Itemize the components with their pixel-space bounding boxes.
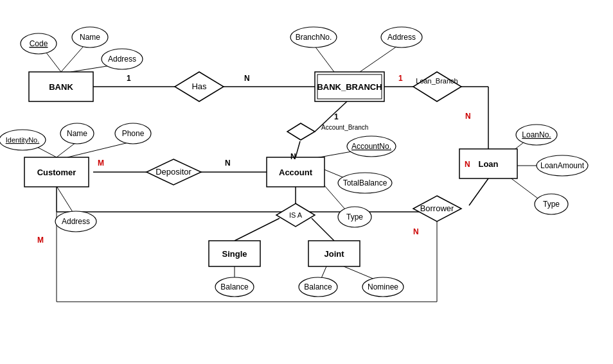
loan-no-label: LoanNo. xyxy=(522,130,551,139)
bank-code-label: Code xyxy=(30,39,48,48)
depositor-label: Depositor xyxy=(155,167,191,177)
card-loan-borrow-n: N xyxy=(465,160,470,169)
single-balance-label: Balance xyxy=(220,282,249,291)
has-label: Has xyxy=(191,82,207,91)
cust-phone-label: Phone xyxy=(122,129,145,138)
card-has-branch-n: N xyxy=(244,74,250,83)
borrower-label: Borrower xyxy=(420,204,454,213)
card-branch-acc-1: 1 xyxy=(334,112,339,121)
bank-address-label: Address xyxy=(108,55,136,64)
isa-label: IS A xyxy=(289,211,303,219)
bank-branch-label: BANK_BRANCH xyxy=(317,82,382,92)
single-label: Single xyxy=(222,249,247,259)
card-cust-bottom-m: M xyxy=(37,236,44,245)
branch-address-label: Address xyxy=(387,33,416,42)
loan-type-label: Type xyxy=(543,200,560,209)
card-cust-dep-m: M xyxy=(98,159,104,168)
cust-identity-label: IdentityNo. xyxy=(6,136,40,144)
joint-label: Joint xyxy=(324,249,344,259)
card-loan-branch-n: N xyxy=(465,112,471,121)
account-branch-label: Account_Branch xyxy=(321,124,368,131)
card-dep-acc-n: N xyxy=(225,159,231,168)
card-bank-has-1: 1 xyxy=(127,74,131,83)
card-branch-loan-1: 1 xyxy=(398,74,403,83)
branch-no-label: BranchNo. xyxy=(296,33,332,42)
joint-balance-label: Balance xyxy=(304,282,332,291)
nominee-label: Nominee xyxy=(368,282,398,291)
loan-label: Loan xyxy=(478,159,498,169)
loan-amount-label: LoanAmount xyxy=(540,161,585,170)
customer-label: Customer xyxy=(37,168,76,177)
bank-label: BANK xyxy=(49,82,73,92)
bank-name-label: Name xyxy=(80,33,100,42)
loan-branch-label: Loan_Branch xyxy=(416,77,458,85)
cust-address-label: Address xyxy=(62,217,90,226)
account-label: Account xyxy=(279,168,313,177)
total-balance-label: TotalBalance xyxy=(343,178,387,187)
account-type-label: Type xyxy=(346,212,363,221)
cust-name-label: Name xyxy=(67,129,87,138)
account-no-label: AccountNo. xyxy=(351,142,391,151)
card-borrow-cust-n: N xyxy=(413,227,419,236)
card-acc-branch-n: N xyxy=(290,152,296,161)
